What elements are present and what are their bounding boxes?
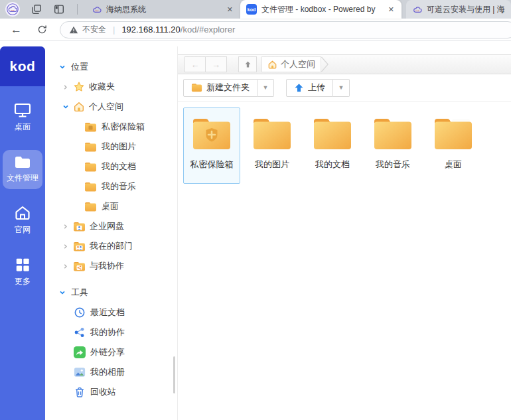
up-level-button[interactable] xyxy=(238,56,257,72)
tree-section-location[interactable]: 位置 xyxy=(45,57,177,77)
tree-item-recent-docs[interactable]: 最近文档 xyxy=(45,303,177,322)
link-share-icon xyxy=(74,346,86,358)
folder-icon xyxy=(84,202,97,212)
tree-item-my-pictures[interactable]: 我的图片 xyxy=(45,137,177,157)
tree-item-my-collaboration[interactable]: 我的协作 xyxy=(45,322,177,342)
tab-title: 可道云安装与使用 | 海纳思 xyxy=(427,4,505,15)
tree-item-my-documents[interactable]: 我的文档 xyxy=(45,157,177,176)
history-forward-button[interactable]: → xyxy=(206,56,227,72)
back-icon[interactable]: ← xyxy=(11,23,22,36)
home-icon xyxy=(73,101,85,113)
tree-item-label: 回收站 xyxy=(90,386,116,398)
clock-icon xyxy=(74,307,86,318)
upload-dropdown[interactable]: ▼ xyxy=(333,79,350,97)
upload-label: 上传 xyxy=(308,82,325,94)
star-icon xyxy=(73,81,85,93)
tree-scrollbar[interactable] xyxy=(173,356,175,393)
tree-item-enterprise-disk[interactable]: 企业网盘 xyxy=(45,216,177,236)
folder-team-icon xyxy=(73,242,86,251)
rail-item-more[interactable]: 更多 xyxy=(3,251,42,293)
sidebar-panel-icon[interactable] xyxy=(53,3,65,15)
browser-navbar: ← 不安全 | 192.168.111.20/kod/#explorer xyxy=(0,19,511,41)
upload-button[interactable]: 上传 xyxy=(286,79,333,97)
rail-item-file-manager[interactable]: 文件管理 xyxy=(3,150,42,189)
file-item-private-safe[interactable]: 私密保险箱 xyxy=(183,107,240,184)
arrow-up-icon xyxy=(244,60,252,69)
tree-item-desktop[interactable]: 桌面 xyxy=(45,196,177,216)
tree-section-label: 位置 xyxy=(71,61,88,73)
tree-item-private-safe[interactable]: 私密保险箱 xyxy=(45,117,177,137)
url-path: /kod/#explorer xyxy=(181,25,235,35)
folder-large-icon xyxy=(372,117,414,151)
file-item-my-pictures[interactable]: 我的图片 xyxy=(244,107,301,184)
folder-safe-large-icon xyxy=(190,117,233,151)
rail-item-official-site[interactable]: 官网 xyxy=(3,200,42,241)
chevron-right-icon[interactable] xyxy=(62,224,69,230)
folder-icon xyxy=(84,162,97,172)
file-item-my-documents[interactable]: 我的文档 xyxy=(304,107,361,184)
tree-item-recycle-bin[interactable]: 回收站 xyxy=(45,382,177,402)
tree-item-shared-with-me[interactable]: 与我协作 xyxy=(45,256,177,276)
tab-hainasi[interactable]: 海纳思系统 ✕ xyxy=(86,0,240,19)
file-name: 我的图片 xyxy=(255,159,289,171)
history-back-button[interactable]: ← xyxy=(184,56,206,72)
file-item-my-music[interactable]: 我的音乐 xyxy=(364,107,421,184)
new-folder-button[interactable]: 新建文件夹 xyxy=(183,79,257,97)
folder-user-icon xyxy=(73,222,86,232)
cloud-favicon xyxy=(92,5,102,15)
tree-section-tools[interactable]: 工具 xyxy=(45,283,177,303)
chevron-down-icon[interactable] xyxy=(58,64,66,70)
tree-item-label: 私密保险箱 xyxy=(102,121,145,133)
browser-profile-avatar[interactable] xyxy=(5,2,20,17)
refresh-icon[interactable] xyxy=(36,24,48,35)
chevron-right-icon[interactable] xyxy=(62,244,69,249)
tab-stacks-icon[interactable] xyxy=(31,3,42,15)
new-folder-dropdown[interactable]: ▼ xyxy=(257,79,274,97)
tab-kodcloud-docs[interactable]: 可道云安装与使用 | 海纳思 xyxy=(406,0,511,19)
tree-section-label: 工具 xyxy=(71,287,88,299)
tab-close-icon[interactable]: ✕ xyxy=(226,5,234,14)
tree-item-label: 我的图片 xyxy=(102,141,136,153)
tree-item-my-department[interactable]: 我在的部门 xyxy=(45,236,177,256)
address-bar[interactable]: 不安全 | 192.168.111.20/kod/#explorer xyxy=(60,21,511,38)
tree-item-label: 与我协作 xyxy=(90,260,124,272)
rail-item-desktop[interactable]: 桌面 xyxy=(3,97,42,138)
explorer-toolbar: 新建文件夹 ▼ 上传 ▼ xyxy=(178,74,511,102)
breadcrumb-item-personal-space[interactable]: 个人空间 xyxy=(261,56,321,72)
chevron-right-icon[interactable] xyxy=(62,84,69,90)
tree-item-personal-space[interactable]: 个人空间 xyxy=(45,97,177,117)
cloud-favicon xyxy=(412,5,422,15)
kod-favicon: kod xyxy=(246,4,257,15)
tree-item-external-share[interactable]: 外链分享 xyxy=(45,342,177,362)
tree-item-label: 收藏夹 xyxy=(89,81,115,93)
folder-large-icon xyxy=(251,117,293,151)
tree-item-my-album[interactable]: 我的相册 xyxy=(45,362,177,382)
tree-item-label: 最近文档 xyxy=(90,307,125,318)
file-name: 桌面 xyxy=(445,159,462,171)
chevron-down-icon[interactable] xyxy=(58,289,66,296)
grid-icon xyxy=(15,257,31,273)
folder-large-icon xyxy=(311,117,354,151)
chevron-down-icon[interactable] xyxy=(62,104,69,110)
tree-item-file-type-partial[interactable]: 文件类型 xyxy=(45,415,177,420)
security-label[interactable]: 不安全 xyxy=(82,24,106,35)
tree-item-favorites[interactable]: 收藏夹 xyxy=(45,77,177,97)
kod-logo: kod xyxy=(0,46,45,86)
file-item-desktop[interactable]: 桌面 xyxy=(425,107,482,184)
tab-close-icon[interactable]: ✕ xyxy=(387,5,396,14)
folder-share-icon xyxy=(73,261,86,271)
trash-icon xyxy=(74,386,86,398)
url-host: 192.168.111.20 xyxy=(121,25,180,35)
tree-item-label: 我的音乐 xyxy=(102,180,136,192)
folder-icon xyxy=(191,83,202,92)
tree-item-label: 外链分享 xyxy=(90,346,125,358)
file-name: 私密保险箱 xyxy=(190,159,234,171)
tab-kodbox-active[interactable]: kod 文件管理 - kodbox - Powered by ✕ xyxy=(240,0,402,19)
rail-item-label: 更多 xyxy=(15,276,31,287)
upload-arrow-icon xyxy=(294,83,304,93)
tree-item-my-music[interactable]: 我的音乐 xyxy=(45,176,177,196)
rail-item-label: 官网 xyxy=(15,224,31,236)
browser-tabstrip: 海纳思系统 ✕ kod 文件管理 - kodbox - Powered by ✕… xyxy=(0,0,511,19)
folder-safe-icon xyxy=(84,122,97,132)
chevron-right-icon[interactable] xyxy=(62,263,69,269)
